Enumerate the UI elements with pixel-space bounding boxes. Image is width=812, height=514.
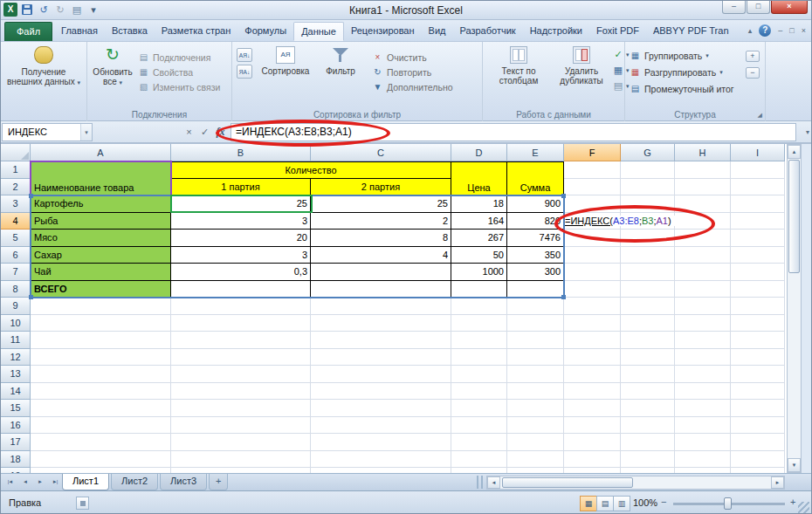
row-header-12[interactable]: 12 [1, 349, 31, 367]
cell-I11[interactable] [731, 332, 785, 349]
cell-G1[interactable] [621, 161, 675, 179]
cell-E6[interactable]: 350 [507, 247, 564, 264]
row-header-8[interactable]: 8 [1, 281, 31, 298]
row-header-14[interactable]: 14 [1, 383, 31, 401]
cell-F8[interactable] [564, 281, 621, 298]
cell-B6[interactable]: 3 [171, 247, 311, 264]
macro-record-button[interactable] [76, 497, 89, 510]
horizontal-scroll-thumb[interactable] [502, 477, 633, 488]
tab-splitter[interactable] [477, 476, 483, 489]
column-header-B[interactable]: B [171, 144, 311, 161]
cell-A17[interactable] [31, 434, 171, 451]
cell-G18[interactable] [621, 451, 675, 469]
cell-I3[interactable] [731, 195, 785, 213]
cell-A6[interactable]: Сахар [31, 247, 171, 264]
cell-E17[interactable] [507, 434, 564, 451]
cell-I1[interactable] [731, 161, 785, 179]
cell-F7[interactable] [564, 264, 621, 281]
ribbon-item-ungroup[interactable]: ▦Разгруппировать▾ [630, 64, 734, 80]
cell-D1[interactable]: Цена [451, 161, 507, 195]
sheet-nav-next-icon[interactable]: ► [33, 476, 46, 489]
cell-E10[interactable] [507, 315, 564, 332]
cell-H12[interactable] [675, 349, 731, 367]
maximize-button[interactable]: □ [747, 1, 770, 14]
tab-ABBYY PDF Tran[interactable]: ABBYY PDF Tran [646, 22, 736, 41]
cell-G6[interactable] [621, 247, 675, 264]
cell-F14[interactable] [564, 383, 621, 401]
ribbon-item-edit-links[interactable]: ▧Изменить связи [138, 79, 220, 94]
cell-D16[interactable] [451, 417, 507, 435]
cell-H15[interactable] [675, 400, 731, 417]
cell-G10[interactable] [621, 315, 675, 332]
select-all-corner[interactable] [1, 144, 31, 161]
cell-F18[interactable] [564, 451, 621, 469]
row-header-18[interactable]: 18 [1, 451, 31, 469]
cell-C2[interactable]: 2 партия [311, 179, 451, 196]
cell-D18[interactable] [451, 451, 507, 469]
cell-F12[interactable] [564, 349, 621, 367]
expand-formula-bar-icon[interactable]: ▾ [806, 128, 809, 136]
cell-H16[interactable] [675, 417, 731, 435]
cell-C13[interactable] [311, 366, 451, 383]
tab-Формулы[interactable]: Формулы [237, 22, 293, 41]
vertical-scroll-thumb[interactable] [788, 160, 800, 273]
formula-input[interactable]: =ИНДЕКС(A3:E8;B3;A1) [231, 123, 796, 141]
cell-H6[interactable] [675, 247, 731, 264]
sheet-nav-first-icon[interactable]: |◄ [3, 476, 17, 489]
cell-C6[interactable]: 4 [311, 247, 451, 264]
cell-B18[interactable] [171, 451, 311, 469]
page-break-view-button[interactable]: ▥ [613, 496, 630, 511]
cell-G9[interactable] [621, 298, 675, 315]
cell-C9[interactable] [311, 298, 451, 315]
cell-A15[interactable] [31, 400, 171, 417]
cell-I17[interactable] [731, 434, 785, 451]
hide-detail-button[interactable]: − [746, 67, 760, 79]
cell-I4[interactable] [731, 213, 785, 230]
cell-F3[interactable] [564, 195, 621, 213]
row-header-7[interactable]: 7 [1, 264, 31, 281]
cell-D12[interactable] [451, 349, 507, 367]
cell-F17[interactable] [564, 434, 621, 451]
zoom-slider[interactable] [673, 503, 785, 505]
cell-D10[interactable] [451, 315, 507, 332]
cell-D4[interactable]: 164 [451, 213, 507, 230]
cell-D9[interactable] [451, 298, 507, 315]
cell-B7[interactable]: 0,3 [171, 264, 311, 281]
cell-A3[interactable]: Картофель [31, 195, 171, 213]
cell-I15[interactable] [731, 400, 785, 417]
tab-Разметка стран[interactable]: Разметка стран [155, 22, 237, 41]
ribbon-item-connections[interactable]: ▤Подключения [138, 50, 220, 65]
cell-I7[interactable] [731, 264, 785, 281]
cell-H8[interactable] [675, 281, 731, 298]
row-header-3[interactable]: 3 [1, 195, 31, 213]
tab-Данные[interactable]: Данные [293, 22, 344, 41]
column-header-D[interactable]: D [451, 144, 507, 161]
cell-I2[interactable] [731, 179, 785, 196]
cell-H7[interactable] [675, 264, 731, 281]
cell-G3[interactable] [621, 195, 675, 213]
row-header-9[interactable]: 9 [1, 298, 31, 315]
cell-G2[interactable] [621, 179, 675, 196]
tab-Вид[interactable]: Вид [422, 22, 453, 41]
cancel-button[interactable]: × [182, 125, 196, 140]
cell-A5[interactable]: Мясо [31, 230, 171, 247]
cell-I16[interactable] [731, 417, 785, 435]
cell-F9[interactable] [564, 298, 621, 315]
cell-B8[interactable] [171, 281, 311, 298]
cell-C8[interactable] [311, 281, 451, 298]
ribbon-item-group[interactable]: ▦Группировать▾ [630, 47, 734, 64]
cell-A7[interactable]: Чай [31, 264, 171, 281]
cell-G11[interactable] [621, 332, 675, 349]
tab-Файл[interactable]: Файл [4, 22, 52, 41]
zoom-slider-thumb[interactable] [724, 497, 732, 510]
cell-E7[interactable]: 300 [507, 264, 564, 281]
cell-B3[interactable]: 25 [171, 195, 311, 213]
sheet-tab-Лист1[interactable]: Лист1 [62, 474, 109, 490]
cell-A4[interactable]: Рыба [31, 213, 171, 230]
cell-C4[interactable]: 2 [311, 213, 451, 230]
cell-B15[interactable] [171, 400, 311, 417]
cell-B12[interactable] [171, 349, 311, 367]
filter-button[interactable]: Фильтр [316, 46, 365, 76]
cell-H3[interactable] [675, 195, 731, 213]
cell-F4[interactable]: =ИНДЕКС(A3:E8;B3;A1) [564, 213, 621, 230]
